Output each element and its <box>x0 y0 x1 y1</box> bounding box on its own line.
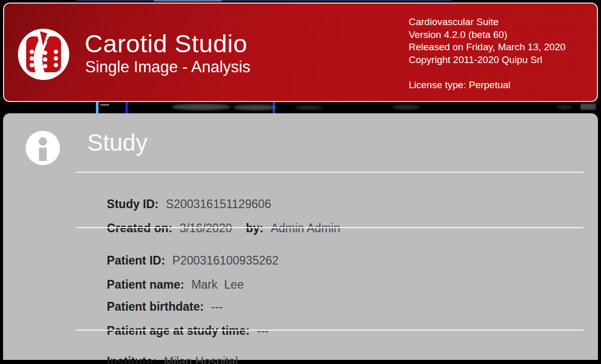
ultrasound-marker-dash <box>101 104 109 106</box>
version-info-block: Cardiovascular Suite Version 4.2.0 (beta… <box>409 16 566 91</box>
version-line: Version 4.2.0 (beta 60) <box>409 29 566 42</box>
app-subtitle: Single Image - Analysis <box>85 58 250 76</box>
ultrasound-caliper-lightblue <box>96 102 98 113</box>
study-panel: Study Study ID:S200316151129606 Created … <box>3 113 598 360</box>
institute-value: Milan Hospital <box>164 355 237 364</box>
created-by-label: by: <box>246 221 264 235</box>
separator-line <box>76 330 584 331</box>
ultrasound-echo-texture <box>172 104 231 110</box>
splash-header-panel: Carotid Studio Single Image - Analysis C… <box>3 3 598 102</box>
app-background: Carotid Studio Single Image - Analysis C… <box>0 0 601 364</box>
ultrasound-echo-texture <box>392 105 420 110</box>
institute-label: Institute: <box>107 355 156 364</box>
release-date-line: Released on Friday, March 13, 2020 <box>409 41 566 54</box>
ultrasound-echo-texture <box>556 105 573 109</box>
created-on-value: 3/16/2020 <box>179 221 232 235</box>
patient-age-label: Patient age at study time: <box>107 324 250 337</box>
ultrasound-caliper-blue-1 <box>126 102 128 113</box>
info-icon <box>26 131 60 165</box>
institute-row: Institute:Milan Hospital <box>87 341 238 364</box>
ultrasound-gray-block <box>580 104 596 110</box>
carotid-studio-logo-icon <box>18 29 69 80</box>
ultrasound-strip <box>0 102 601 113</box>
app-title: Carotid Studio <box>85 29 248 58</box>
separator-line <box>76 172 584 173</box>
spacer-line <box>409 66 566 79</box>
created-by-value: Admin Admin <box>271 221 340 235</box>
ultrasound-echo-texture <box>233 105 277 110</box>
patient-age-value: --- <box>257 324 269 337</box>
license-line: License type: Perpetual <box>409 79 566 92</box>
study-section-title: Study <box>87 129 148 156</box>
created-on-label: Created on: <box>107 221 172 235</box>
ultrasound-echo-texture <box>295 106 323 110</box>
window-top-border-highlight <box>154 0 222 2</box>
suite-name: Cardiovascular Suite <box>409 16 566 29</box>
copyright-line: Copyright 2011-2020 Quipu Srl <box>409 54 566 67</box>
window-top-border-line <box>77 0 451 1</box>
separator-line <box>76 227 584 228</box>
